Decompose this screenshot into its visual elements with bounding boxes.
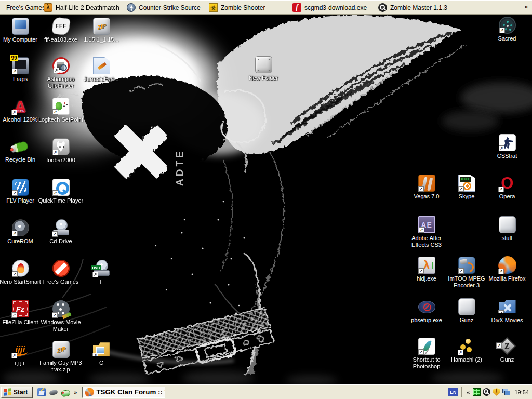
desktop-icon-quicktime[interactable]: QuickTime Player — [41, 179, 81, 204]
shortcut-arrow — [498, 310, 504, 316]
icon-label: QuickTime Player — [37, 197, 85, 204]
desktop-icon-gunz-box[interactable]: Gunz — [446, 298, 487, 324]
show-desktop-icon[interactable] — [37, 388, 46, 396]
windows-logo-icon — [4, 388, 11, 396]
fff-app-icon: FFF — [51, 17, 70, 36]
desktop-icon-f-drive[interactable]: DVD F — [81, 260, 122, 285]
curerom-disc-icon — [12, 219, 29, 236]
language-indicator[interactable]: EN — [448, 388, 458, 396]
toolbar-item-half-life2[interactable]: Half-Life 2 Deathmatch — [44, 1, 119, 15]
desktop-icon-fraps[interactable]: 99 Fraps — [0, 57, 41, 83]
desktop-icon-skype[interactable]: ICO Skype — [446, 175, 487, 200]
desktop-icon-frees-games[interactable]: Free's Games — [41, 260, 81, 285]
shortcut-arrow — [458, 186, 464, 192]
desktop-icon-after-effects[interactable]: AE Adobe After Effects CS3 — [406, 216, 447, 248]
desktop-icon-movie-maker[interactable]: Windows Movie Maker — [41, 300, 81, 332]
desktop-icon-recycle-bin[interactable]: Recycle Bin — [0, 138, 41, 163]
desktop-icon-flv-player[interactable]: FLV Player — [0, 179, 41, 204]
desktop-icon-curerom[interactable]: CureROM — [0, 219, 41, 245]
logitech-setpoint-icon — [52, 98, 70, 115]
quick-launch-overflow-chevron[interactable]: » — [74, 389, 77, 395]
opera-icon: O — [499, 175, 516, 192]
toolbar-item-frees-games[interactable]: Free's Games — [6, 1, 45, 15]
desktop-icon-opera[interactable]: O Opera — [487, 175, 527, 200]
dvd-drive-icon: DVD — [93, 260, 110, 277]
shortcut-arrow — [419, 227, 424, 233]
shortcut-arrow — [92, 353, 98, 358]
desktop-icon-filezilla[interactable]: Fz FileZilla Client — [0, 300, 41, 326]
lan-status-icon[interactable] — [502, 388, 510, 396]
desktop-icon-logitech-setpoint[interactable]: Logitech SetPoint — [41, 98, 81, 123]
shortcut-arrow — [418, 268, 424, 274]
desktop-icon-zip-115[interactable]: ZIP 1.15.1_1.15... — [81, 18, 122, 43]
desktop-icon-ashampoo-clipfinder[interactable]: Ashampoo ClipFinder — [41, 57, 81, 89]
desktop-icon-hamachi[interactable]: Hamachi (2) — [446, 338, 487, 363]
desktop-icon-photoshop[interactable]: Shortcut to Photoshop — [406, 338, 447, 370]
shortcut-arrow — [499, 28, 505, 33]
white-box-icon — [458, 298, 475, 315]
desktop-icon-vegas[interactable]: Vegas 7.0 — [406, 175, 447, 200]
clock[interactable]: 19:54 — [514, 389, 529, 395]
toolbar-item-label: Zombie Shooter — [221, 4, 265, 11]
tray-collapse-chevron[interactable]: « — [467, 389, 470, 395]
desktop-icon-foobar2000[interactable]: foobar2000 — [41, 138, 81, 164]
desktop-icon-hldj[interactable]: λ hldj.exe — [406, 257, 447, 282]
shortcut-arrow — [52, 231, 58, 237]
toolbar-overflow-chevron[interactable]: » — [524, 3, 528, 10]
desktop-icon-sacred[interactable]: Sacred — [487, 17, 527, 42]
desktop-icon-pbsetup[interactable]: pbsetup.exe — [406, 298, 447, 324]
desktop-icon-cd-drive[interactable]: Cd-Drive — [41, 219, 81, 245]
ico-file-icon: ICO — [458, 175, 475, 192]
network-traffic-icon[interactable] — [473, 388, 481, 396]
desktop-icon-stuff[interactable]: stuff — [487, 216, 527, 242]
security-alert-icon[interactable] — [493, 388, 500, 396]
desktop-icon-jurrasicfart[interactable]: JurrasicFart... — [81, 57, 122, 83]
desktop-icon-nero-startsmart[interactable]: Nero StartSmart — [0, 260, 41, 285]
desktop-icon-divx-movies[interactable]: DivX Movies — [487, 298, 527, 324]
punkbuster-icon — [418, 301, 435, 313]
shortcut-arrow — [11, 353, 17, 358]
desktop-icon-ijji[interactable]: ijji ijji — [0, 341, 41, 366]
mouse-icon[interactable] — [49, 388, 58, 396]
shortcut-arrow — [52, 150, 58, 155]
icon-glyph: FFF — [53, 18, 69, 34]
desktop-icon-csstrat[interactable]: CSStrat — [487, 134, 527, 159]
desktop-icon-c-folder[interactable]: C — [81, 341, 122, 366]
toolbar-item-zombie-shooter[interactable]: Zombie Shooter — [209, 1, 265, 15]
start-button[interactable]: Start — [1, 387, 32, 398]
toolbar-item-scgmd3[interactable]: scgmd3-download.exe — [292, 1, 367, 15]
desktop-icon-gunz-diamond[interactable]: Z Gunz — [487, 338, 527, 363]
shortcut-arrow — [52, 190, 58, 196]
shortcut-arrow — [92, 272, 98, 277]
ijji-icon: ijji — [12, 341, 29, 358]
desktop-icon-new-folder[interactable]: New Folder — [243, 56, 284, 82]
desktop-icon-alcohol-120[interactable]: A120% Alcohol 120% — [0, 98, 41, 123]
toolbar-item-zombie-master[interactable]: Zombie Master 1.1.3 — [378, 1, 447, 15]
flash-file-icon — [292, 3, 301, 12]
hldj-lambda-icon: λ — [418, 257, 435, 274]
task-button-tsgk-clan-forum[interactable]: TSGK Clan Forum :: Vi... — [82, 387, 165, 398]
desktop-icon-imtoo[interactable]: ImTOO MPEG Encoder 3 — [446, 257, 487, 289]
shortcut-arrow — [458, 268, 464, 274]
half-life2-icon — [44, 3, 52, 12]
system-tray: EN « 19:54 — [448, 386, 532, 398]
shortcut-arrow — [52, 109, 58, 115]
shortcut-arrow — [496, 343, 502, 349]
fraps-icon: 99 — [12, 57, 29, 74]
desktop-icon-fff-ea103[interactable]: FFF fff-ea103.exe — [41, 18, 81, 43]
document-icon — [93, 57, 110, 74]
steam-tray-icon[interactable] — [483, 388, 490, 396]
desktop-icon-firefox[interactable]: Mozilla Firefox — [487, 257, 527, 282]
counter-strike-icon — [127, 3, 136, 12]
shared-folder-icon — [93, 341, 110, 358]
toolbar-item-counter-strike[interactable]: Counter-Strike Source — [127, 1, 201, 15]
shortcut-arrow — [11, 312, 17, 318]
desktop-icon-my-computer[interactable]: My Computer — [0, 18, 41, 43]
task-button-label: TSGK Clan Forum :: Vi... — [96, 388, 165, 396]
media-pill-icon[interactable] — [61, 388, 70, 396]
shortcut-arrow — [12, 231, 18, 236]
icon-label: Adobe After Effects CS3 — [403, 235, 450, 248]
start-button-label: Start — [14, 389, 28, 396]
desktop-icon-family-guy-zip[interactable]: ZIP Family Guy MP3 trax.zip — [41, 341, 81, 373]
toolbar-grip[interactable] — [2, 3, 3, 12]
